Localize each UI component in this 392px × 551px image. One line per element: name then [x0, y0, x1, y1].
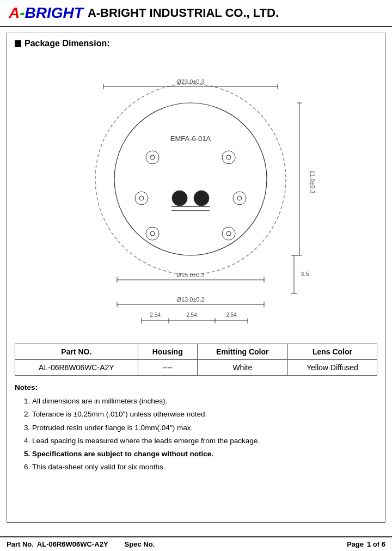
logo-a: A [9, 4, 20, 22]
svg-point-21 [146, 227, 159, 240]
svg-point-15 [135, 192, 148, 205]
spec-table: Part NO. Housing Emitting Color Lens Col… [15, 344, 377, 376]
svg-point-14 [226, 155, 231, 160]
cell-lens-color: Yellow Diffused [287, 360, 377, 376]
svg-text:11.0±0.3: 11.0±0.3 [309, 170, 316, 194]
svg-text:2.54: 2.54 [150, 312, 161, 318]
svg-text:2.54: 2.54 [226, 312, 237, 318]
logo-bright: BRIGHT [25, 4, 83, 22]
svg-point-1 [114, 103, 267, 255]
notes-title: Notes: [15, 383, 377, 391]
svg-point-18 [237, 196, 242, 200]
svg-point-11 [146, 151, 159, 164]
header: A-BRIGHT A-BRIGHT INDUSTRIAL CO., LTD. [0, 0, 392, 27]
section-title-icon [15, 40, 21, 47]
cell-emitting-color: White [197, 360, 287, 376]
section-title-text: Package Dimension: [24, 39, 110, 48]
footer-part-value: AL-06R6W06WC-A2Y [37, 540, 108, 548]
svg-text:2.54: 2.54 [186, 312, 197, 318]
section-title: Package Dimension: [15, 39, 377, 48]
list-item: Specifications are subject to change wit… [32, 448, 377, 461]
notes-section: Notes: All dimensions are in millimeters… [15, 383, 377, 474]
footer-page-label: Page [347, 540, 364, 548]
svg-point-24 [226, 231, 231, 236]
col-part-no: Part NO. [15, 344, 138, 360]
cell-housing: ---- [138, 360, 197, 376]
list-item: All dimensions are in millimeters (inche… [32, 395, 377, 408]
col-lens-color: Lens Color [287, 344, 377, 360]
footer-spec-label: Spec No. [125, 540, 155, 548]
svg-text:Ø15.0±0.3: Ø15.0±0.3 [176, 272, 204, 278]
footer-part-label: Part No. [7, 540, 34, 548]
diagram-area: Ø23.0±0.3 11.0±0.3 EMFA-6-01A [15, 54, 377, 337]
col-housing: Housing [138, 344, 197, 360]
svg-point-22 [150, 231, 155, 236]
svg-point-17 [233, 192, 246, 205]
svg-point-23 [222, 227, 235, 240]
list-item: This data-sheet only valid for six month… [32, 461, 377, 474]
col-emitting-color: Emitting Color [197, 344, 287, 360]
main-box: Package Dimension: Ø23.0±0.3 11.0±0.3 [7, 33, 385, 523]
svg-point-20 [194, 191, 209, 206]
svg-point-12 [150, 155, 155, 160]
list-item: Protruded resin under flange is 1.0mm(.0… [32, 421, 377, 434]
svg-point-16 [139, 196, 144, 200]
svg-text:Ø23.0±0.3: Ø23.0±0.3 [176, 78, 204, 85]
svg-point-0 [95, 84, 286, 274]
header-title: A-BRIGHT INDUSTRIAL CO., LTD. [88, 6, 279, 20]
cell-part-no: AL-06R6W06WC-A2Y [15, 360, 138, 376]
logo: A-BRIGHT [9, 4, 83, 22]
svg-point-13 [222, 151, 235, 164]
svg-point-19 [172, 191, 187, 206]
footer: Part No. AL-06R6W06WC-A2Y Spec No. Page … [0, 536, 392, 551]
svg-text:EMFA-6-01A: EMFA-6-01A [170, 134, 211, 143]
logo-dash: - [20, 4, 24, 22]
notes-list: All dimensions are in millimeters (inche… [32, 395, 377, 474]
footer-page-value: 1 of 6 [367, 540, 385, 548]
svg-text:3.5: 3.5 [301, 271, 309, 277]
list-item: Tolerance is ±0.25mm (.010") unless othe… [32, 408, 377, 421]
diagram-svg: Ø23.0±0.3 11.0±0.3 EMFA-6-01A [15, 54, 377, 337]
svg-text:Ø13.0±0.2: Ø13.0±0.2 [176, 296, 204, 303]
table-row: AL-06R6W06WC-A2Y ---- White Yellow Diffu… [15, 360, 377, 376]
list-item: Lead spacing is measured where the leads… [32, 434, 377, 448]
table-header-row: Part NO. Housing Emitting Color Lens Col… [15, 344, 377, 360]
page: A-BRIGHT A-BRIGHT INDUSTRIAL CO., LTD. P… [0, 0, 392, 551]
